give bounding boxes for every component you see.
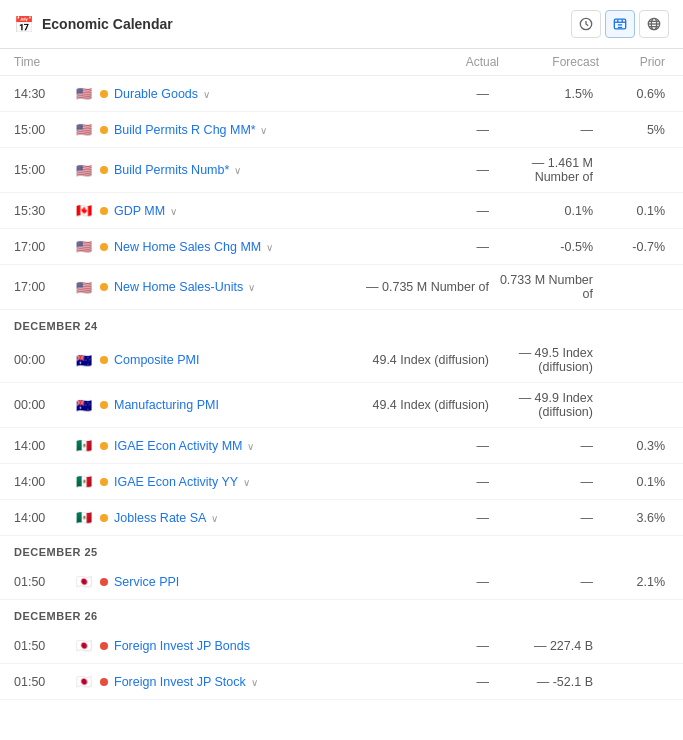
chevron-down-icon: ∨	[208, 513, 218, 524]
importance-dot	[100, 678, 108, 686]
table-row: 01:50🇯🇵Foreign Invest JP Stock ∨—— -52.1…	[0, 664, 683, 700]
col-header-forecast: Forecast	[499, 55, 599, 69]
event-actual: —	[359, 123, 499, 137]
country-flag: 🇺🇸	[74, 123, 94, 137]
event-label[interactable]: Build Permits R Chg MM* ∨	[114, 123, 267, 137]
event-label[interactable]: New Home Sales-Units ∨	[114, 280, 255, 294]
chevron-down-icon: ∨	[231, 165, 241, 176]
event-label[interactable]: IGAE Econ Activity MM ∨	[114, 439, 254, 453]
event-actual: —	[359, 240, 499, 254]
app-header: 📅 Economic Calendar	[0, 0, 683, 49]
event-prior: 2.1%	[599, 575, 669, 589]
event-label[interactable]: Foreign Invest JP Bonds	[114, 639, 250, 653]
event-time: 15:00	[14, 163, 74, 177]
event-label[interactable]: IGAE Econ Activity YY ∨	[114, 475, 250, 489]
event-time: 17:00	[14, 240, 74, 254]
event-time: 01:50	[14, 675, 74, 689]
chevron-down-icon: ∨	[240, 477, 250, 488]
event-label[interactable]: Manufacturing PMI	[114, 398, 219, 412]
event-prior: 5%	[599, 123, 669, 137]
header-left: 📅 Economic Calendar	[14, 15, 173, 34]
chart-icon-button[interactable]	[605, 10, 635, 38]
chevron-down-icon: ∨	[245, 282, 255, 293]
event-label[interactable]: Jobless Rate SA ∨	[114, 511, 218, 525]
table-row: 14:00🇲🇽IGAE Econ Activity YY ∨——0.1%	[0, 464, 683, 500]
clock-icon-button[interactable]	[571, 10, 601, 38]
event-actual: —	[359, 575, 499, 589]
event-actual: —	[359, 675, 499, 689]
table-row: 15:30🇨🇦GDP MM ∨—0.1%0.1%	[0, 193, 683, 229]
table-row: 17:00🇺🇸New Home Sales-Units ∨— 0.735 M N…	[0, 265, 683, 310]
column-headers: Time Actual Forecast Prior	[0, 49, 683, 76]
event-name-cell: 🇦🇺Manufacturing PMI	[74, 398, 359, 412]
event-name-cell: 🇲🇽IGAE Econ Activity MM ∨	[74, 439, 359, 453]
event-forecast: —	[499, 575, 599, 589]
importance-dot	[100, 442, 108, 450]
chevron-down-icon: ∨	[167, 206, 177, 217]
calendar-app-icon: 📅	[14, 15, 34, 34]
country-flag: 🇯🇵	[74, 675, 94, 689]
event-prior: 3.6%	[599, 511, 669, 525]
col-header-actual: Actual	[359, 55, 499, 69]
app-title: Economic Calendar	[42, 16, 173, 32]
col-header-time: Time	[14, 55, 74, 69]
event-forecast: — 49.5 Index (diffusion)	[499, 346, 599, 374]
chevron-down-icon: ∨	[200, 89, 210, 100]
event-forecast: —	[499, 439, 599, 453]
table-row: 01:50🇯🇵Foreign Invest JP Bonds—— 227.4 B	[0, 628, 683, 664]
event-label[interactable]: Durable Goods ∨	[114, 87, 210, 101]
table-row: 14:30🇺🇸Durable Goods ∨—1.5%0.6%	[0, 76, 683, 112]
event-label[interactable]: Service PPI	[114, 575, 179, 589]
event-name-cell: 🇯🇵Foreign Invest JP Stock ∨	[74, 675, 359, 689]
event-name-cell: 🇺🇸New Home Sales-Units ∨	[74, 280, 359, 294]
event-time: 01:50	[14, 639, 74, 653]
event-name-cell: 🇨🇦GDP MM ∨	[74, 204, 359, 218]
event-forecast: — 227.4 B	[499, 639, 599, 653]
event-name-cell: 🇦🇺Composite PMI	[74, 353, 359, 367]
importance-dot	[100, 356, 108, 364]
header-icon-group	[571, 10, 669, 38]
country-flag: 🇺🇸	[74, 163, 94, 177]
event-label[interactable]: Composite PMI	[114, 353, 199, 367]
event-prior: 0.1%	[599, 475, 669, 489]
clock-icon	[579, 17, 593, 31]
event-time: 01:50	[14, 575, 74, 589]
event-label[interactable]: Build Permits Numb* ∨	[114, 163, 241, 177]
event-name-cell: 🇲🇽Jobless Rate SA ∨	[74, 511, 359, 525]
importance-dot	[100, 514, 108, 522]
event-time: 14:00	[14, 511, 74, 525]
event-forecast: —	[499, 475, 599, 489]
event-label[interactable]: Foreign Invest JP Stock ∨	[114, 675, 258, 689]
importance-dot	[100, 401, 108, 409]
section-date-1: DECEMBER 24	[0, 310, 683, 338]
event-forecast: 0.1%	[499, 204, 599, 218]
importance-dot	[100, 166, 108, 174]
chevron-down-icon: ∨	[248, 677, 258, 688]
event-actual: —	[359, 87, 499, 101]
event-name-cell: 🇺🇸Durable Goods ∨	[74, 87, 359, 101]
event-label[interactable]: GDP MM ∨	[114, 204, 177, 218]
col-header-name	[74, 55, 359, 69]
table-row: 00:00🇦🇺Manufacturing PMI49.4 Index (diff…	[0, 383, 683, 428]
event-forecast: —	[499, 123, 599, 137]
country-flag: 🇺🇸	[74, 240, 94, 254]
importance-dot	[100, 90, 108, 98]
importance-dot	[100, 578, 108, 586]
event-actual: —	[359, 163, 499, 177]
country-flag: 🇯🇵	[74, 639, 94, 653]
event-label[interactable]: New Home Sales Chg MM ∨	[114, 240, 273, 254]
event-actual: —	[359, 475, 499, 489]
event-prior: 0.1%	[599, 204, 669, 218]
event-time: 15:00	[14, 123, 74, 137]
globe-icon-button[interactable]	[639, 10, 669, 38]
event-time: 00:00	[14, 398, 74, 412]
event-name-cell: 🇺🇸Build Permits Numb* ∨	[74, 163, 359, 177]
event-prior: 0.6%	[599, 87, 669, 101]
chevron-down-icon: ∨	[245, 441, 255, 452]
country-flag: 🇲🇽	[74, 475, 94, 489]
event-time: 14:00	[14, 475, 74, 489]
chevron-down-icon: ∨	[258, 125, 268, 136]
event-actual: 49.4 Index (diffusion)	[359, 398, 499, 412]
event-actual: —	[359, 639, 499, 653]
event-actual: 49.4 Index (diffusion)	[359, 353, 499, 367]
